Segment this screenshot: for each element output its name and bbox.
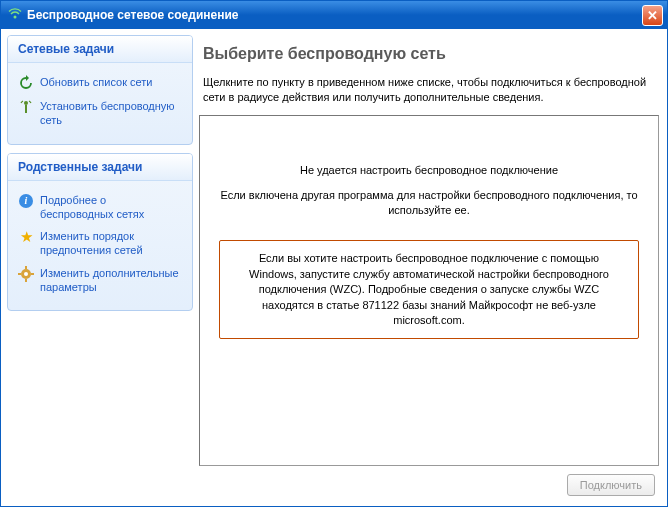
titlebar: Беспроводное сетевое соединение ✕ [1,1,667,29]
window-title: Беспроводное сетевое соединение [27,8,642,22]
antenna-icon [18,99,34,115]
error-detail: Если включена другая программа для настр… [216,188,642,219]
svg-point-4 [24,272,28,276]
svg-point-0 [14,16,17,19]
task-label: Подробнее о беспроводных сетях [40,193,182,222]
error-heading: Не удается настроить беспроводное подклю… [300,164,558,176]
panel-header: Сетевые задачи [8,36,192,63]
panel-network-tasks: Сетевые задачи Обновить список сети Уста… [7,35,193,145]
star-icon: ★ [18,229,34,245]
task-change-order[interactable]: ★ Изменить порядок предпочтения сетей [18,225,182,262]
instruction-text: Щелкните по пункту в приведенном ниже сп… [199,75,659,115]
task-advanced-settings[interactable]: Изменить дополнительные параметры [18,262,182,299]
page-title: Выберите беспроводную сеть [199,39,659,75]
connect-button[interactable]: Подключить [567,474,655,496]
wireless-window: Беспроводное сетевое соединение ✕ Сетевы… [0,0,668,507]
task-label: Обновить список сети [40,75,153,89]
window-body: Сетевые задачи Обновить список сети Уста… [1,29,667,506]
panel-related-tasks: Родственные задачи i Подробнее о беспров… [7,153,193,312]
footer: Подключить [199,466,659,498]
svg-rect-8 [31,273,34,275]
panel-body: i Подробнее о беспроводных сетях ★ Измен… [8,181,192,311]
panel-header: Родственные задачи [8,154,192,181]
sidebar: Сетевые задачи Обновить список сети Уста… [7,35,193,500]
panel-body: Обновить список сети Установить беспрово… [8,63,192,144]
task-label: Установить беспроводную сеть [40,99,182,128]
svg-point-2 [24,101,28,105]
network-list-area: Не удается настроить беспроводное подклю… [199,115,659,466]
svg-rect-5 [25,266,27,269]
svg-rect-7 [18,273,21,275]
task-setup-wireless[interactable]: Установить беспроводную сеть [18,95,182,132]
gear-icon [18,266,34,282]
task-refresh-list[interactable]: Обновить список сети [18,71,182,95]
main-content: Выберите беспроводную сеть Щелкните по п… [199,35,661,500]
task-label: Изменить порядок предпочтения сетей [40,229,182,258]
task-learn-wireless[interactable]: i Подробнее о беспроводных сетях [18,189,182,226]
refresh-icon [18,75,34,91]
close-button[interactable]: ✕ [642,5,663,26]
svg-rect-1 [25,105,27,113]
task-label: Изменить дополнительные параметры [40,266,182,295]
wireless-icon [7,7,23,23]
svg-rect-6 [25,279,27,282]
info-icon: i [18,193,34,209]
help-box: Если вы хотите настроить беспроводное по… [219,240,639,339]
close-icon: ✕ [647,8,658,23]
